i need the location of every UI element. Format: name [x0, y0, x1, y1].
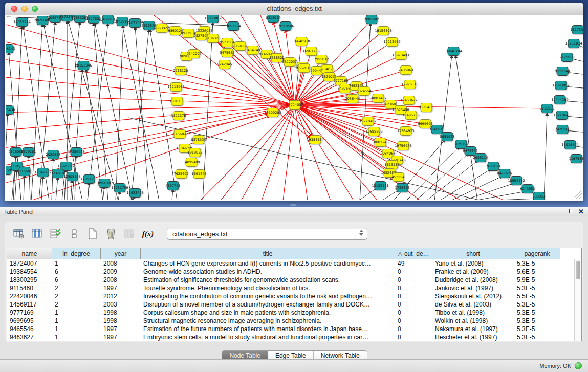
table-cell[interactable]: 2	[52, 284, 101, 292]
memory-ok-indicator-icon[interactable]	[575, 362, 582, 369]
table-cell[interactable]: Franke et al. (2009)	[432, 268, 514, 276]
graph-node[interactable]: 6466161	[101, 15, 116, 24]
table-row[interactable]: 946362711997Embryonic stem cells: a mode…	[7, 333, 581, 341]
table-cell[interactable]: 9777169	[7, 309, 52, 317]
table-row[interactable]: 946554611997Estimation of the future num…	[7, 325, 581, 333]
table-cell[interactable]: 0	[395, 268, 432, 276]
graph-node[interactable]: 19384554	[307, 136, 323, 144]
table-cell[interactable]: 1	[52, 317, 101, 325]
table-cell[interactable]: 5.3E-5	[514, 300, 560, 309]
table-cell[interactable]: Disruption of a novel member of a sodium…	[141, 300, 395, 309]
graph-node[interactable]: 16210643	[553, 111, 570, 120]
graph-node[interactable]: 16154808	[375, 27, 391, 35]
table-cell[interactable]: 49	[395, 259, 432, 268]
graph-node[interactable]: 16033809	[204, 15, 221, 23]
table-cell[interactable]: 0	[395, 292, 432, 300]
graph-node[interactable]: 10654112	[508, 177, 525, 185]
graph-node[interactable]: 8215955	[540, 104, 555, 113]
table-cell[interactable]: 5.3E-5	[514, 309, 560, 317]
graph-node[interactable]: 19756928	[395, 142, 411, 150]
table-cell[interactable]: Investigating the contribution of common…	[141, 292, 395, 300]
table-cell[interactable]: 5.3E-5	[514, 317, 560, 325]
graph-node[interactable]: 1733426	[395, 184, 410, 192]
table-row[interactable]: 1938455462009Genome-wide association stu…	[7, 268, 581, 276]
graph-node[interactable]: 9243652	[520, 185, 535, 193]
graph-node[interactable]: 1640915	[430, 125, 445, 134]
graph-node[interactable]: 1527602	[86, 15, 101, 24]
function-builder-icon[interactable]: f(x)	[141, 227, 155, 240]
table-row[interactable]: 969969511998Structural magnetic resonanc…	[7, 317, 581, 325]
table-cell[interactable]: 1997	[101, 325, 141, 333]
graph-node[interactable]: 12042757	[34, 168, 51, 177]
graph-node[interactable]: 20153346	[75, 61, 92, 70]
graph-node[interactable]: 12093887	[552, 81, 569, 90]
graph-node[interactable]: 9129966	[560, 53, 575, 62]
table-cell[interactable]: 1997	[101, 284, 141, 292]
table-cell[interactable]: Hescheler et al. (1997)	[432, 333, 514, 341]
table-cell[interactable]: Stergiakouli et al. (2012)	[432, 292, 514, 300]
column-header-name[interactable]: name	[7, 248, 52, 259]
graph-node[interactable]: 9242845	[217, 60, 232, 69]
graph-node[interactable]: 19218506	[277, 22, 294, 31]
table-cell[interactable]: Jankovic et al. (1997)	[432, 284, 514, 292]
rows-toggle-icon[interactable]	[68, 227, 81, 240]
graph-node[interactable]: 8878334	[191, 136, 206, 144]
table-cell[interactable]: 9465546	[7, 325, 52, 333]
table-cell[interactable]: 5.3E-5	[514, 325, 560, 333]
graph-node[interactable]: 2087682	[364, 15, 379, 24]
table-cell[interactable]: 0	[395, 325, 432, 333]
table-cell[interactable]: 1	[52, 333, 101, 341]
table-row[interactable]: 1830029562008Estimation of significance …	[7, 276, 581, 284]
close-panel-icon[interactable]: ✕	[578, 209, 584, 214]
column-header-out_de[interactable]: △out_de…	[395, 248, 432, 259]
vertical-scrollbar[interactable]	[574, 259, 581, 341]
table-cell[interactable]: Estimation of significance thresholds fo…	[141, 276, 395, 284]
network-window[interactable]: citations_edges.txt 14055714206914062049…	[5, 3, 583, 201]
graph-node[interactable]: 19463627	[400, 96, 417, 105]
table-cell[interactable]: Dudbridge et al. (2008)	[432, 276, 514, 284]
column-header-year[interactable]: year	[101, 248, 141, 259]
table-cell[interactable]: 1997	[101, 333, 141, 341]
graph-node[interactable]: 7663822	[155, 24, 169, 33]
graph-node[interactable]: 12975115	[401, 80, 418, 89]
table-cell[interactable]: Wolkin et al. (1998)	[432, 317, 514, 325]
graph-node[interactable]: 8471676	[497, 169, 512, 178]
table-cell[interactable]: 1	[52, 325, 101, 333]
graph-node[interactable]: 12923448	[126, 189, 143, 198]
graph-node[interactable]: 1529281	[21, 148, 36, 157]
graph-node[interactable]: 12505195	[63, 172, 80, 181]
graph-node[interactable]: 1691445	[192, 170, 207, 179]
table-cell[interactable]: 0	[395, 333, 432, 341]
table-cell[interactable]: 9699695	[7, 317, 52, 325]
table-cell[interactable]: 2	[52, 300, 101, 309]
graph-node[interactable]: 7485063	[399, 66, 413, 75]
graph-node[interactable]: 18300295	[264, 108, 281, 117]
float-panel-icon[interactable]	[568, 209, 573, 214]
graph-node[interactable]: 17016504	[561, 141, 578, 149]
select-rows-check-icon[interactable]	[49, 227, 62, 240]
table-cell[interactable]: 0	[395, 309, 432, 317]
table-cell[interactable]: Embryonic stem cells: a model to study s…	[141, 333, 395, 341]
table-cell[interactable]: 1998	[101, 309, 141, 317]
table-cell[interactable]: 1	[52, 259, 101, 268]
graph-node[interactable]: 830951	[533, 192, 546, 201]
graph-node[interactable]: 62160	[385, 100, 396, 109]
graph-node[interactable]: 39159	[6, 166, 11, 175]
table-cell[interactable]: 2008	[101, 276, 141, 284]
graph-node[interactable]: 8912954	[181, 29, 196, 38]
graph-node[interactable]: 12444159	[551, 96, 568, 104]
table-cell[interactable]: 19384554	[7, 268, 52, 276]
table-settings-icon[interactable]	[12, 227, 26, 240]
table-cell[interactable]: 5.3E-5	[514, 284, 560, 292]
delete-trash-icon[interactable]	[104, 227, 118, 240]
graph-node[interactable]: 114519	[52, 169, 64, 178]
graph-node[interactable]: 19654923	[397, 127, 414, 136]
table-cell[interactable]: 1998	[101, 317, 141, 325]
table-row[interactable]: 2242004622012Investigating the contribut…	[7, 292, 581, 300]
column-chooser-icon[interactable]	[31, 227, 44, 240]
table-cell[interactable]: 0	[395, 284, 432, 292]
graph-node[interactable]: 8813054	[266, 15, 281, 23]
table-row[interactable]: 1456911722003Disruption of a novel membe…	[7, 300, 581, 309]
table-cell[interactable]: Nakamura et al. (1997)	[432, 325, 514, 333]
graph-node[interactable]: 452254	[392, 173, 405, 182]
